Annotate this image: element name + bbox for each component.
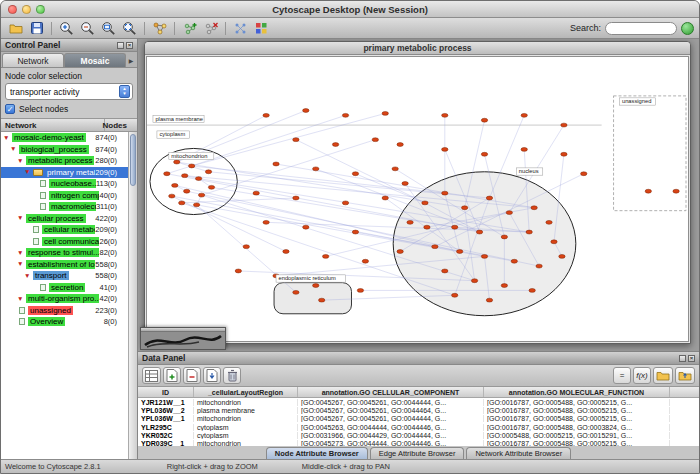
network-node[interactable] (481, 118, 487, 122)
tree-row-secretion[interactable]: ▼secretion41(0) (1, 282, 128, 294)
network-node[interactable] (169, 194, 175, 198)
column-header-1[interactable]: _cellularLayoutRegion (194, 387, 298, 397)
import-table-icon[interactable] (653, 367, 673, 384)
network-node[interactable] (581, 172, 587, 176)
tree-row-metabolic-process[interactable]: ▼metabolic process280(0) (1, 155, 128, 167)
select-nodes-checkbox[interactable] (5, 104, 15, 114)
tree-scrollbar[interactable] (128, 132, 137, 459)
network-node[interactable] (342, 201, 348, 205)
network-node[interactable] (195, 177, 201, 181)
trash-icon[interactable] (223, 367, 241, 384)
close-panel-icon[interactable]: × (688, 355, 695, 362)
network-node[interactable] (313, 284, 319, 288)
network-node[interactable] (521, 147, 527, 151)
network-node[interactable] (293, 138, 299, 142)
close-panel-icon[interactable]: × (126, 42, 133, 49)
table-row[interactable]: YKR052Ccytoplasm[GO:0031966, GO:0044429,… (138, 431, 699, 439)
tree-row-cellular-metabo[interactable]: ▼cellular metabo...209(0) (1, 224, 128, 236)
window-titlebar[interactable]: Cytoscape Desktop (New Session) (1, 1, 699, 18)
network-node[interactable] (382, 111, 388, 115)
table-row[interactable]: YPL036W__2plasma membrane[GO:0045267, GO… (138, 406, 699, 414)
destroy-network-icon[interactable] (201, 20, 220, 37)
network-node[interactable] (442, 113, 448, 117)
network-node[interactable] (372, 138, 378, 142)
network-node[interactable] (352, 230, 358, 234)
overview-network-window[interactable] (140, 327, 226, 350)
network-node[interactable] (529, 288, 535, 292)
network-node[interactable] (362, 259, 368, 263)
node-color-dropdown[interactable]: transporter activity ▲▼ (5, 83, 133, 100)
network-node[interactable] (397, 250, 403, 254)
tab-overflow-arrow-icon[interactable]: ▶ (126, 53, 136, 67)
attribute-list-icon[interactable] (142, 367, 161, 384)
search-go-button[interactable] (681, 22, 694, 35)
network-node[interactable] (536, 264, 542, 268)
network-node[interactable] (293, 196, 299, 200)
network-node[interactable] (352, 172, 358, 176)
network-node[interactable] (442, 191, 448, 195)
network-node[interactable] (263, 220, 269, 224)
network-node[interactable] (481, 254, 487, 258)
tab-mosaic[interactable]: Mosaic (64, 53, 126, 67)
layout-icon[interactable] (231, 20, 250, 37)
expand-triangle-icon[interactable]: ▼ (24, 168, 33, 176)
network-node[interactable] (422, 201, 428, 205)
function-builder-button[interactable]: f(x) (633, 367, 651, 384)
network-node[interactable] (283, 250, 289, 254)
network-node[interactable] (182, 174, 188, 178)
network-node[interactable] (253, 191, 259, 195)
tree-row-transport[interactable]: ▼transport558(0) (1, 270, 128, 282)
expand-triangle-icon[interactable]: ▼ (10, 145, 19, 153)
network-view-window[interactable]: primary metabolic process plasma membran… (144, 41, 691, 344)
tree-row-multi-organism-pro[interactable]: ▼multi-organism pro...42(0) (1, 293, 128, 305)
table-row[interactable]: YJR121W__1mitochondrion[GO:0045267, GO:0… (138, 398, 699, 406)
network-node[interactable] (407, 220, 413, 224)
network-node[interactable] (442, 269, 448, 273)
tree-scrollbar-thumb[interactable] (130, 134, 136, 186)
vizmapper-icon[interactable] (252, 20, 271, 37)
tree-row-mosaic-demo-yeast[interactable]: ▼mosaic-demo-yeast874(0) (1, 132, 128, 144)
table-row[interactable]: YLR295Ccytoplasm[GO:0045263, GO:0044444,… (138, 423, 699, 431)
float-panel-icon[interactable] (679, 355, 686, 362)
tree-row-biological-process[interactable]: ▼biological_process874(0) (1, 144, 128, 156)
network-node[interactable] (561, 152, 567, 156)
network-node[interactable] (188, 164, 194, 168)
network-node[interactable] (486, 196, 492, 200)
expand-triangle-icon[interactable]: ▼ (17, 295, 26, 303)
export-table-icon[interactable] (675, 367, 695, 384)
tree-row-response-to-stimul[interactable]: ▼response to stimul...82(0) (1, 247, 128, 259)
tab-node-attribute-browser[interactable]: Node Attribute Browser (266, 447, 368, 459)
network-node[interactable] (208, 185, 214, 189)
zoom-fit-icon[interactable] (120, 20, 139, 37)
network-node[interactable] (559, 254, 565, 258)
tree-row-primary-metabo[interactable]: ▼primary metabo...209(0) (1, 167, 128, 179)
network-node[interactable] (205, 170, 211, 174)
network-node[interactable] (174, 160, 180, 164)
network-node[interactable] (471, 279, 477, 283)
network-node[interactable] (235, 269, 241, 273)
expand-triangle-icon[interactable]: ▼ (24, 272, 33, 280)
network-node[interactable] (481, 152, 487, 156)
expand-triangle-icon[interactable]: ▼ (17, 214, 26, 222)
expand-triangle-icon[interactable]: ▼ (17, 260, 26, 268)
tree-row-nucleobase[interactable]: ▼nucleobase...113(0) (1, 178, 128, 190)
tab-network-attribute-browser[interactable]: Network Attribute Browser (466, 447, 571, 459)
network-node[interactable] (457, 250, 463, 254)
network-node[interactable] (273, 162, 279, 166)
column-header-id[interactable]: ID (138, 387, 194, 397)
network-node[interactable] (442, 147, 448, 151)
network-node[interactable] (526, 230, 532, 234)
network-node[interactable] (506, 211, 512, 215)
tree-row-overview[interactable]: ▼Overview8(0) (1, 316, 128, 328)
network-node[interactable] (313, 167, 319, 171)
first-neighbors-icon[interactable] (150, 20, 169, 37)
network-node[interactable] (402, 181, 408, 185)
tab-edge-attribute-browser[interactable]: Edge Attribute Browser (370, 447, 465, 459)
table-row[interactable]: YPL036W__1mitochondrion[GO:0045267, GO:0… (138, 415, 699, 423)
network-node[interactable] (397, 143, 403, 147)
tree-column-network[interactable]: Network (1, 119, 105, 131)
new-network-icon[interactable] (180, 20, 199, 37)
network-node[interactable] (392, 167, 398, 171)
network-node[interactable] (323, 254, 329, 258)
network-node[interactable] (461, 206, 467, 210)
